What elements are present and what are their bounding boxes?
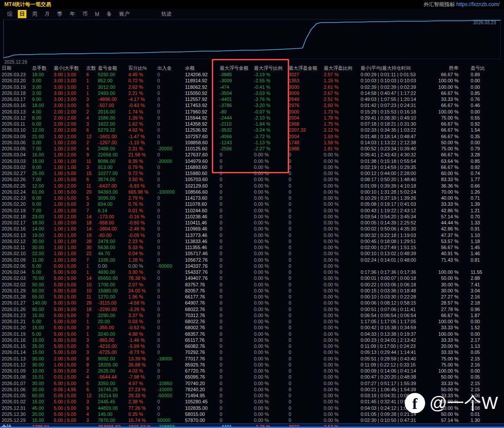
col-header-hold-time[interactable]: 最小|平均|最大持仓时间: [361, 65, 437, 71]
cell-win-rate: 28.57 %: [437, 300, 464, 306]
cell-date: 2026.03.12: [0, 115, 32, 121]
cell-percent: -5.93 %: [128, 183, 157, 189]
cell-date: 2025.12.30: [0, 411, 32, 417]
cell-profit-loss: 9092.00: [98, 356, 128, 362]
cell-balance: 110125.60: [185, 146, 220, 152]
cell-deposit-withdraw: 0: [157, 226, 185, 232]
cell-balance: 77017.76: [185, 356, 220, 362]
cell-min-max-lots: 5.00 | 5.00: [54, 411, 86, 417]
col-header-percent[interactable]: 百分比%: [128, 65, 157, 71]
cell-max-float-profit: 0: [289, 152, 324, 158]
cell-date: 2026.02.25: [0, 183, 32, 189]
cell-pl-ratio: 1.10: [464, 232, 504, 238]
cell-pl-ratio: 1.87: [464, 312, 504, 318]
cell-max-float-loss-pct: 0.00 %: [254, 306, 289, 312]
cell-date: 2026.03.06: [0, 139, 32, 146]
cell-total-lots: 7.00: [32, 146, 54, 152]
cell-date: 2026.01.06: [0, 386, 32, 392]
cell-percent: 4.03 %: [128, 368, 157, 374]
cell-date: 2026.02.23: [0, 195, 32, 201]
equity-chart: [0, 0, 504, 65]
cell-min-max-lots: 3.00 | 3.00: [54, 102, 86, 108]
cell-max-float-loss: 0: [220, 269, 254, 275]
cell-max-float-loss: 0: [220, 232, 254, 238]
col-header-count[interactable]: 次数: [86, 65, 98, 71]
cell-max-float-profit-pct: 0.00 %: [324, 176, 361, 182]
col-header-deposit-withdraw[interactable]: 出入金: [157, 65, 185, 71]
cell-deposit-withdraw: 0: [157, 318, 185, 324]
cell-percent: 5.33 %: [128, 244, 157, 250]
cell-win-rate: 33.33 %: [437, 380, 464, 386]
cell-balance: 110244.60: [185, 208, 220, 214]
cell-max-float-profit-pct: 0.00 %: [324, 250, 361, 256]
cell-hold-time: 0:11:09 | 0:17:00 | 0:24:23: [361, 343, 437, 349]
cell-min-max-lots: 1.00 | 1.00: [54, 257, 86, 263]
cell-min-max-lots: 5.00 | 5.00: [54, 300, 86, 306]
col-header-balance[interactable]: 余额: [185, 65, 220, 71]
cell-max-float-loss: 0: [220, 380, 254, 386]
cell-total-lots: 16.00: [32, 152, 54, 158]
cell-min-max-lots: 5.00 | 5.00: [54, 312, 86, 318]
cell-min-max-lots: 1.00 | 5.00: [54, 362, 86, 368]
cell-percent: 4.92 %: [128, 127, 157, 133]
cell-count: 1: [86, 78, 98, 84]
col-header-max-float-profit-pct[interactable]: 最大浮盈比例: [324, 65, 361, 71]
table-row: 2026.02.2725.001.00 | 5.001510277.009.72…: [0, 170, 504, 176]
cell-percent: -7.98 %: [128, 374, 157, 380]
cell-max-float-profit-pct: 0.00 %: [324, 318, 361, 324]
cell-count: 6: [86, 71, 98, 78]
col-header-max-float-loss-pct[interactable]: 最大浮亏比例: [254, 65, 289, 71]
cell-total-lots: 9.00: [32, 96, 54, 102]
cell-count: 10: [86, 288, 98, 294]
cell-percent: 2.21 %: [128, 90, 157, 96]
cell-balance: 154337.76: [185, 269, 220, 275]
col-header-min-max-lots[interactable]: 最小|大手数: [54, 65, 86, 71]
cell-hold-time: 0:00:47 | 0:20:20 | 0:48:38: [361, 374, 437, 380]
cell-total-lots: 30.00: [32, 356, 54, 362]
cell-balance: 117453.92: [185, 102, 220, 108]
col-header-win-rate[interactable]: 胜率: [437, 65, 464, 71]
cell-hold-time: 0:02:24 | 0:14:01 | 0:48:00: [361, 257, 437, 263]
cell-percent: 27.23 %: [128, 386, 157, 392]
cell-min-max-lots: 0.05 | 5.00: [54, 392, 86, 399]
col-header-date[interactable]: 日期: [0, 65, 32, 71]
cell-pl-ratio: 1.30: [464, 417, 504, 423]
cell-max-float-loss: 0: [220, 368, 254, 374]
cell-win-rate: 36.36 %: [437, 183, 464, 189]
cell-hold-time: 0:00:42 | 0:15:38 | 0:34:59: [361, 324, 437, 331]
table-row: 2026.01.1525.005.00 | 5.005-4210.00-5.99…: [0, 343, 504, 349]
cell-min-max-lots: 5.00 | 5.00: [54, 337, 86, 343]
col-header-pl-ratio[interactable]: 盈亏比: [464, 65, 504, 71]
table-row: 2026.03.0921.001.00 | 2.0012-1601.00-1.4…: [0, 133, 504, 139]
cell-min-max-lots: 5.00 | 5.00: [54, 417, 86, 423]
cell-win-rate: 75.00 %: [437, 356, 464, 362]
cell-total-lots: 55.00: [32, 294, 54, 300]
cell-hold-time: 0:00:23 | 0:34:01 | 2:13:42: [361, 337, 437, 343]
cell-count: 12: [86, 392, 98, 399]
cell-percent: -2.46 %: [128, 226, 157, 232]
col-header-max-float-profit[interactable]: 最大浮盈金额: [289, 65, 324, 71]
cell-max-float-loss-pct: 0.00 %: [254, 294, 289, 300]
cell-hold-time: 0:05:41 | 2:43:43 | 4:30:32: [361, 152, 437, 158]
cell-percent: 13.39 %: [128, 356, 157, 362]
cell-max-float-profit: 0: [289, 392, 324, 399]
cell-deposit-withdraw: 0: [157, 232, 185, 238]
cell-hold-time: 0:07:18 | 0:18:21 | 0:31:30: [361, 121, 437, 127]
cell-total-lots: 18.00: [32, 102, 54, 108]
col-header-profit-loss[interactable]: 盈亏金额: [98, 65, 128, 71]
col-header-max-float-loss[interactable]: 最大浮亏金额: [220, 65, 254, 71]
cell-max-float-profit: 2000: [289, 109, 324, 115]
cell-total-lots: 15.00: [32, 337, 54, 343]
cell-total-lots: 30.00: [32, 386, 54, 392]
cell-balance: 115944.92: [185, 115, 220, 121]
cell-max-float-loss-pct: -3.03 %: [254, 90, 289, 96]
cell-min-max-lots: 0.00 | 5.00: [54, 263, 86, 269]
cell-max-float-profit-pct: 0.00 %: [324, 189, 361, 195]
cell-max-float-profit-pct: 0.00 %: [324, 269, 361, 275]
cell-balance: 104979.60: [185, 158, 220, 164]
cell-pl-ratio: 0.55: [464, 115, 504, 121]
cell-date: 2026.03.13: [0, 109, 32, 115]
col-header-total-lots[interactable]: 总手数: [32, 65, 54, 71]
cell-percent: 4.45 %: [128, 71, 157, 78]
cell-pl-ratio: 3.04: [464, 288, 504, 294]
